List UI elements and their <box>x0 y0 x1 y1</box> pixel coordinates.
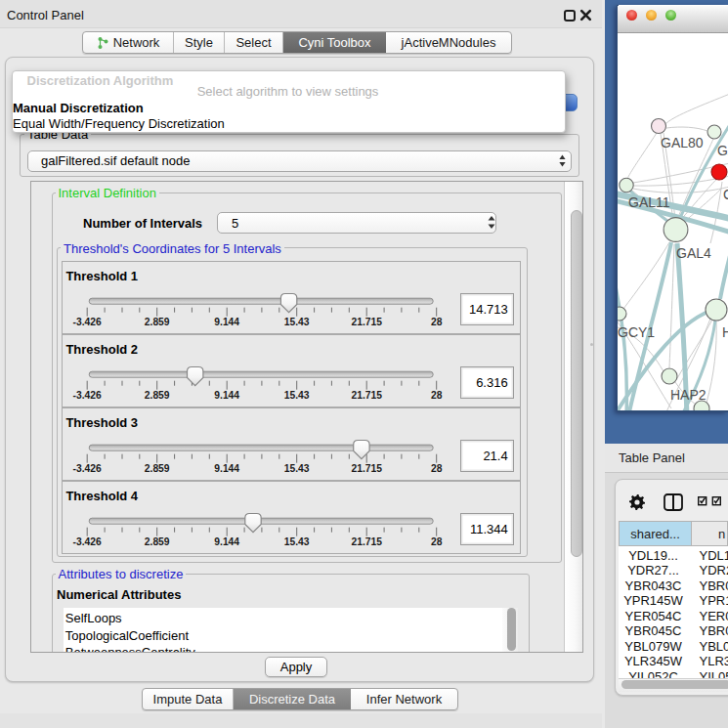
svg-text:21.715: 21.715 <box>351 317 382 327</box>
svg-text:9.144: 9.144 <box>214 317 239 327</box>
svg-text:21.715: 21.715 <box>351 463 382 474</box>
svg-text:2.859: 2.859 <box>145 536 170 547</box>
svg-text:GA: GA <box>717 143 728 158</box>
svg-text:GAL80: GAL80 <box>661 135 704 150</box>
svg-text:-3.426: -3.426 <box>72 317 101 327</box>
svg-text:9.144: 9.144 <box>214 536 239 547</box>
svg-text:H: H <box>722 324 728 340</box>
svg-text:HAP2: HAP2 <box>670 387 707 403</box>
svg-text:15.43: 15.43 <box>284 317 310 327</box>
svg-text:2.859: 2.859 <box>145 317 170 327</box>
svg-text:15.43: 15.43 <box>284 390 310 401</box>
svg-text:-3.426: -3.426 <box>72 463 101 474</box>
svg-text:-3.426: -3.426 <box>72 390 101 401</box>
svg-text:15.43: 15.43 <box>284 463 310 474</box>
svg-text:GAL11: GAL11 <box>628 194 670 210</box>
svg-text:28: 28 <box>431 536 443 547</box>
svg-text:15.43: 15.43 <box>284 536 310 547</box>
svg-text:21.715: 21.715 <box>351 536 382 547</box>
svg-text:C: C <box>723 187 728 202</box>
svg-text:9.144: 9.144 <box>214 463 239 474</box>
svg-text:28: 28 <box>431 317 443 327</box>
svg-text:9.144: 9.144 <box>214 390 239 401</box>
svg-text:-3.426: -3.426 <box>72 536 101 547</box>
svg-text:GAL4: GAL4 <box>676 245 711 261</box>
svg-text:GCY1: GCY1 <box>618 324 655 340</box>
svg-text:28: 28 <box>431 390 443 401</box>
svg-text:28: 28 <box>431 463 443 474</box>
svg-text:21.715: 21.715 <box>351 390 382 401</box>
svg-text:2.859: 2.859 <box>145 463 170 474</box>
svg-text:2.859: 2.859 <box>145 390 170 401</box>
